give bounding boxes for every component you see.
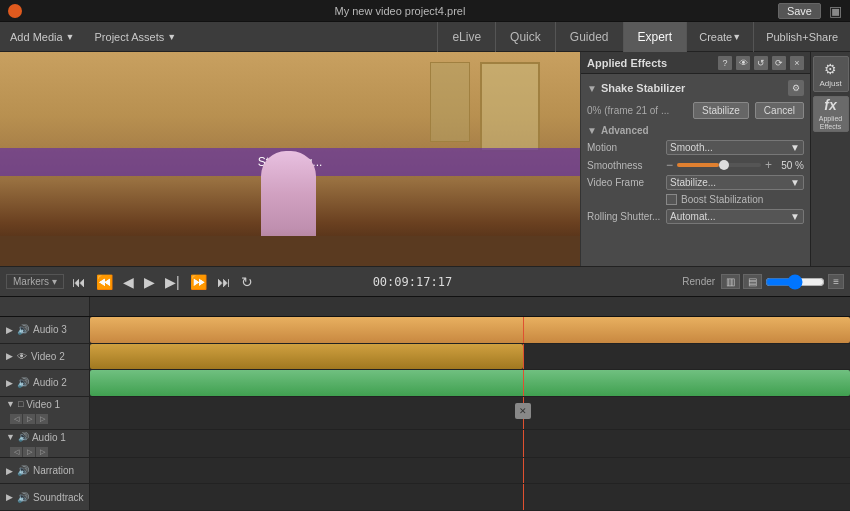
motion-value: Smooth... bbox=[670, 142, 713, 153]
track-row-video1: ▼ □ Video 1 ◁ ▷ ▷ ✕ bbox=[0, 397, 850, 430]
tab-expert[interactable]: Expert bbox=[623, 22, 687, 52]
transport-prev-frame[interactable]: ⏪ bbox=[94, 274, 115, 290]
video1-mini-btn-2[interactable]: ▷ bbox=[23, 414, 35, 424]
applied-effects-button[interactable]: fx Applied Effects bbox=[813, 96, 849, 132]
rolling-shutter-dropdown[interactable]: Automat... ▼ bbox=[666, 209, 804, 224]
preview-image: Stabilizing... bbox=[0, 52, 580, 266]
cancel-button[interactable]: Cancel bbox=[755, 102, 804, 119]
tab-guided[interactable]: Guided bbox=[555, 22, 623, 52]
applied-effects-label: Applied Effects bbox=[814, 115, 848, 132]
collapse-arrow[interactable]: ▼ bbox=[587, 83, 597, 94]
video1-end-marker: ✕ bbox=[515, 403, 531, 419]
window-controls: ▣ bbox=[829, 3, 842, 19]
render-slider[interactable] bbox=[765, 274, 825, 290]
audio1-mini-btn-3[interactable]: ▷ bbox=[36, 447, 48, 457]
transport-step-fwd[interactable]: ▶| bbox=[163, 274, 182, 290]
panel-info-button[interactable]: ? bbox=[718, 56, 732, 70]
panel-reset-button[interactable]: ↺ bbox=[754, 56, 768, 70]
right-sidebar: ⚙ Adjust fx Applied Effects bbox=[810, 52, 850, 266]
video-frame-dropdown[interactable]: Stabilize... ▼ bbox=[666, 175, 804, 190]
motion-dropdown[interactable]: Smooth... ▼ bbox=[666, 140, 804, 155]
track-label-video1: ▼ □ Video 1 ◁ ▷ ▷ bbox=[0, 397, 90, 429]
smoothness-plus[interactable]: + bbox=[765, 159, 772, 171]
video1-mini-btn-3[interactable]: ▷ bbox=[36, 414, 48, 424]
create-button[interactable]: Create ▼ bbox=[686, 22, 753, 52]
effects-panel: Applied Effects ? 👁 ↺ ⟳ × ▼ Shake Stabil… bbox=[580, 52, 810, 266]
tab-quick[interactable]: Quick bbox=[495, 22, 555, 52]
track-content-narration[interactable] bbox=[90, 458, 850, 484]
panel-close-button[interactable]: × bbox=[790, 56, 804, 70]
track-name-video2: Video 2 bbox=[31, 351, 65, 362]
boost-checkbox[interactable] bbox=[666, 194, 677, 205]
track-expand-audio1[interactable]: ▼ bbox=[6, 432, 15, 442]
track-speaker-narration[interactable]: 🔊 bbox=[17, 465, 29, 476]
track-eye-video1[interactable]: □ bbox=[18, 399, 23, 409]
adjust-icon: ⚙ bbox=[824, 61, 837, 77]
panel-eye-button[interactable]: 👁 bbox=[736, 56, 750, 70]
render-ctrl-2[interactable]: ▤ bbox=[743, 274, 762, 289]
fx-icon: fx bbox=[824, 97, 836, 113]
boost-stabilization-row: Boost Stabilization bbox=[587, 194, 804, 205]
track-content-audio1[interactable] bbox=[90, 430, 850, 457]
transport-to-end[interactable]: ⏭ bbox=[215, 274, 233, 290]
track-expand-soundtrack[interactable]: ▶ bbox=[6, 492, 13, 502]
render-menu[interactable]: ≡ bbox=[828, 274, 844, 289]
main-area: Stabilizing... Applied Effects ? 👁 ↺ ⟳ ×… bbox=[0, 52, 850, 266]
panel-refresh-button[interactable]: ⟳ bbox=[772, 56, 786, 70]
track-speaker-soundtrack[interactable]: 🔊 bbox=[17, 492, 29, 503]
playhead-audio1 bbox=[523, 430, 524, 457]
track-speaker-audio2[interactable]: 🔊 bbox=[17, 377, 29, 388]
video2-clip bbox=[90, 344, 523, 370]
video-frame-dropdown-arrow: ▼ bbox=[790, 177, 800, 188]
track-expand-audio3[interactable]: ▶ bbox=[6, 325, 13, 335]
track-expand-audio2[interactable]: ▶ bbox=[6, 378, 13, 388]
track-expand-video2[interactable]: ▶ bbox=[6, 351, 13, 361]
track-content-video1[interactable]: ✕ bbox=[90, 397, 850, 429]
transport-to-start[interactable]: ⏮ bbox=[70, 274, 88, 290]
shake-stabilizer-header: ▼ Shake Stabilizer ⚙ bbox=[587, 80, 804, 96]
effect-settings-button[interactable]: ⚙ bbox=[788, 80, 804, 96]
track-content-audio3[interactable] bbox=[90, 317, 850, 343]
render-ctrl-1[interactable]: ▥ bbox=[721, 274, 740, 289]
adjust-button[interactable]: ⚙ Adjust bbox=[813, 56, 849, 92]
nav-tabs: eLive Quick Guided Expert bbox=[437, 22, 686, 52]
adjust-label: Adjust bbox=[819, 79, 841, 88]
track-row-audio3: ▶ 🔊 Audio 3 bbox=[0, 317, 850, 344]
audio1-mini-btn-2[interactable]: ▷ bbox=[23, 447, 35, 457]
markers-button[interactable]: Markers ▾ bbox=[6, 274, 64, 289]
publish-button[interactable]: Publish+Share bbox=[753, 22, 850, 52]
advanced-collapse-arrow[interactable]: ▼ bbox=[587, 125, 597, 136]
audio2-clip bbox=[90, 370, 850, 396]
transport-step-back[interactable]: ◀ bbox=[121, 274, 136, 290]
nav-bar: Add Media▼ Project Assets▼ eLive Quick G… bbox=[0, 22, 850, 52]
transport-play[interactable]: ▶ bbox=[142, 274, 157, 290]
smoothness-minus[interactable]: − bbox=[666, 159, 673, 171]
rolling-shutter-label: Rolling Shutter... bbox=[587, 211, 662, 222]
track-eye-video2[interactable]: 👁 bbox=[17, 351, 27, 362]
track-content-audio2[interactable] bbox=[90, 370, 850, 396]
track-expand-narration[interactable]: ▶ bbox=[6, 466, 13, 476]
stabilize-button[interactable]: Stabilize bbox=[693, 102, 749, 119]
playhead-narration bbox=[523, 458, 524, 484]
bed-area bbox=[0, 236, 580, 266]
smoothness-row: Smoothness − + 50 % bbox=[587, 159, 804, 171]
advanced-label: Advanced bbox=[601, 125, 649, 136]
transport-loop[interactable]: ↻ bbox=[239, 274, 255, 290]
video1-mini-controls: ◁ ▷ ▷ bbox=[10, 414, 48, 424]
track-speaker-audio1[interactable]: 🔊 bbox=[18, 432, 29, 442]
smoothness-slider[interactable] bbox=[677, 163, 761, 167]
save-button[interactable]: Save bbox=[778, 3, 821, 19]
track-speaker-audio3[interactable]: 🔊 bbox=[17, 324, 29, 335]
add-media-button[interactable]: Add Media▼ bbox=[0, 22, 85, 52]
track-label-soundtrack: ▶ 🔊 Soundtrack bbox=[0, 484, 90, 510]
track-label-audio2: ▶ 🔊 Audio 2 bbox=[0, 370, 90, 396]
video1-mini-btn-1[interactable]: ◁ bbox=[10, 414, 22, 424]
audio1-mini-btn-1[interactable]: ◁ bbox=[10, 447, 22, 457]
tab-elive[interactable]: eLive bbox=[437, 22, 495, 52]
track-name-video1: Video 1 bbox=[26, 399, 60, 410]
transport-next[interactable]: ⏩ bbox=[188, 274, 209, 290]
project-assets-button[interactable]: Project Assets▼ bbox=[85, 22, 187, 52]
track-content-soundtrack[interactable] bbox=[90, 484, 850, 510]
track-content-video2[interactable] bbox=[90, 344, 850, 370]
track-expand-video1[interactable]: ▼ bbox=[6, 399, 15, 409]
